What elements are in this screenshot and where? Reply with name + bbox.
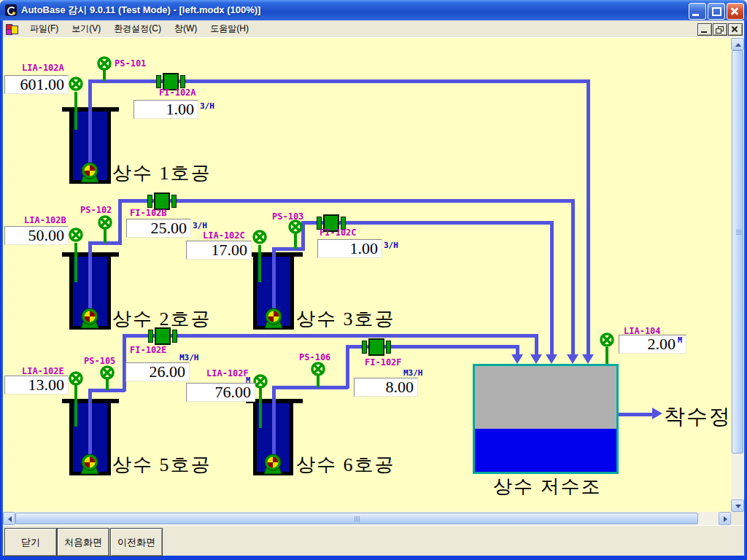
app-icon[interactable] (5, 4, 17, 16)
reservoir-tank (473, 364, 619, 474)
previous-screen-button[interactable]: 이전화면 (110, 528, 163, 556)
pump-icon[interactable] (77, 454, 102, 475)
vertical-scrollbar[interactable] (731, 38, 744, 512)
value-box-fi102a[interactable]: 1.00 (133, 100, 198, 119)
value: 2.00 (648, 335, 676, 354)
unit-label: M (246, 376, 250, 384)
pump-icon[interactable] (77, 308, 102, 330)
tag-label: FI-102C (320, 228, 357, 238)
value-box-lia102a[interactable]: 601.00 (4, 75, 69, 94)
tag-label: PS-103 (272, 211, 303, 222)
title-bar: AutoBase 감시 9.0.11 (Test Mode) - [left.m… (0, 0, 747, 20)
scroll-down-button[interactable] (731, 499, 744, 512)
horizontal-scrollbar[interactable] (3, 512, 731, 525)
minimize-icon (692, 14, 699, 16)
pump-icon[interactable] (260, 454, 285, 475)
valve-lia102a-icon[interactable] (68, 76, 84, 92)
value-box-lia104[interactable]: 2.00 (619, 335, 686, 354)
flow-arrow-icon (582, 354, 594, 364)
menu-window[interactable]: 창(W) (168, 20, 204, 37)
value-box-fi102b[interactable]: 25.00 (126, 219, 191, 238)
sensor-stem (106, 379, 109, 390)
application-window: AutoBase 감시 9.0.11 (Test Mode) - [left.m… (0, 0, 747, 560)
value: 1.00 (166, 100, 195, 119)
tag-label: PS-106 (299, 352, 330, 362)
tank-1-label: 상수 1호공 (112, 160, 212, 186)
unit-label: M3/H (179, 353, 199, 362)
value-box-lia102e[interactable]: 13.00 (4, 376, 69, 394)
valve-lia102b-icon[interactable] (68, 227, 84, 243)
close-button[interactable] (727, 3, 744, 20)
menu-help[interactable]: 도움말(H) (204, 20, 255, 37)
mdi-minimize-button[interactable] (697, 23, 712, 36)
sensor-stem (605, 347, 608, 364)
pump-icon[interactable] (261, 308, 286, 330)
tank-3-label: 상수 3호공 (296, 306, 395, 332)
value: 50.00 (28, 226, 65, 245)
sensor-stem (74, 243, 77, 282)
tag-label: LIA-102B (24, 215, 66, 225)
valve-ps102-icon[interactable] (97, 214, 113, 230)
chevron-up-icon (735, 43, 741, 47)
value-box-fi102c[interactable]: 1.00 (317, 239, 382, 258)
scroll-left-button[interactable] (3, 512, 15, 525)
value-box-fi102e[interactable]: 26.00 (125, 362, 190, 381)
value-box-lia102c[interactable]: 17.00 (186, 241, 252, 260)
value: 17.00 (212, 241, 248, 260)
outlet-label: 착수정 (664, 402, 731, 432)
pipe (272, 386, 348, 389)
vertical-scroll-thumb[interactable] (732, 50, 743, 454)
flow-arrow-icon (530, 354, 542, 364)
menu-view[interactable]: 보기(V) (65, 20, 107, 37)
thumb-grip-icon (736, 230, 742, 235)
tag-label: FI-102B (130, 208, 167, 218)
window-border-right (744, 20, 747, 556)
chevron-right-icon (724, 516, 727, 522)
menu-file[interactable]: 파일(F) (23, 20, 65, 37)
tag-label: LIA-102A (22, 63, 64, 73)
value-box-fi102f[interactable]: 8.00 (354, 378, 418, 397)
maximize-icon (712, 7, 721, 16)
scroll-up-button[interactable] (731, 38, 744, 50)
tag-label: FI-102E (130, 345, 167, 355)
minimize-button[interactable] (689, 3, 706, 20)
mdi-close-button[interactable] (728, 23, 743, 36)
pipe (535, 334, 538, 356)
document-icon[interactable] (6, 23, 18, 35)
pipe (118, 199, 122, 244)
tank-2-label: 상수 2호공 (112, 306, 212, 332)
reservoir-water-level (475, 429, 616, 472)
close-screen-button[interactable]: 닫기 (4, 528, 57, 556)
value-box-lia102b[interactable]: 50.00 (4, 226, 69, 245)
pipe (550, 221, 554, 356)
valve-lia102e-icon[interactable] (68, 370, 84, 386)
value: 1.00 (350, 239, 379, 258)
valve-ps106-icon[interactable] (310, 361, 326, 377)
home-screen-button[interactable]: 처음화면 (57, 528, 109, 556)
valve-ps105-icon[interactable] (99, 365, 115, 381)
valve-lia102c-icon[interactable] (252, 229, 268, 245)
tag-label: LIA-102C (203, 230, 245, 241)
unit-label: M3/H (403, 368, 423, 378)
sensor-stem (258, 245, 261, 282)
menu-settings[interactable]: 환경설정(C) (107, 20, 168, 37)
pump-icon[interactable] (77, 162, 102, 184)
maximize-button[interactable] (708, 3, 725, 20)
unit-label: 3/H (384, 241, 398, 250)
valve-ps101-icon[interactable] (96, 55, 112, 71)
horizontal-scroll-thumb[interactable] (15, 513, 698, 524)
mdi-restore-button[interactable] (713, 23, 727, 36)
unit-label: M (678, 336, 682, 344)
tag-label: FI-102F (365, 357, 402, 368)
scroll-right-button[interactable] (719, 512, 731, 525)
tag-label: FI-102A (159, 88, 196, 98)
value: 8.00 (386, 378, 414, 397)
value-box-lia102f[interactable]: 76.00 (186, 383, 255, 402)
flowmeter-fi102f-icon[interactable] (362, 338, 391, 356)
sensor-stem (317, 376, 320, 387)
valve-lia104-icon[interactable] (599, 332, 615, 348)
outlet-pipe (619, 413, 655, 416)
pipe (272, 387, 276, 456)
pipe (571, 199, 575, 356)
scrollbar-corner (731, 512, 744, 525)
